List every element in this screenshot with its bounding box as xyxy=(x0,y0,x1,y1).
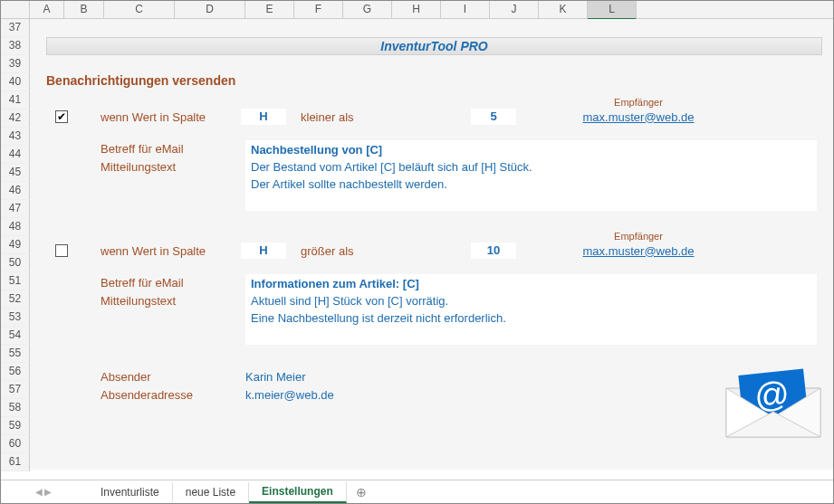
column-header-row: A B C D E F G H I J K L xyxy=(1,1,833,19)
row-header[interactable]: 49 xyxy=(1,236,30,254)
rule2-subject-label: Betreff für eMail xyxy=(101,274,245,292)
rule2-body-label: Mitteilungstext xyxy=(101,292,245,310)
tab-prev-icon[interactable]: ◀ xyxy=(35,487,43,497)
col-header-F[interactable]: F xyxy=(294,1,343,20)
rule2-checkbox[interactable] xyxy=(55,244,68,257)
tab-next-icon[interactable]: ▶ xyxy=(44,487,52,497)
col-header-B[interactable]: B xyxy=(64,1,104,20)
rule1-value-input[interactable]: 5 xyxy=(471,109,516,125)
col-header-L[interactable]: L xyxy=(588,1,637,20)
col-header-I[interactable]: I xyxy=(441,1,490,20)
col-header-A[interactable]: A xyxy=(30,1,64,20)
row-header[interactable]: 38 xyxy=(1,37,30,55)
worksheet-content[interactable]: InventurTool PRO Benachrichtigungen vers… xyxy=(30,19,833,470)
rule1-body-label: Mitteilungstext xyxy=(101,158,245,176)
row-header[interactable]: 47 xyxy=(1,200,30,218)
row-header[interactable]: 48 xyxy=(1,218,30,236)
col-header-E[interactable]: E xyxy=(245,1,294,20)
row-header[interactable]: 59 xyxy=(1,417,30,435)
rule2-message-content[interactable]: Informationen zum Artikel: [C] Aktuell s… xyxy=(245,274,817,345)
tab-inventurliste[interactable]: Inventurliste xyxy=(88,482,173,502)
rule2-when-label: wenn Wert in Spalte xyxy=(101,244,241,258)
add-sheet-button[interactable]: ⊕ xyxy=(347,483,376,501)
rule1-recipient-link[interactable]: max.muster@web.de xyxy=(557,110,720,124)
rule1-comparator: kleiner als xyxy=(295,110,373,124)
col-header-C[interactable]: C xyxy=(104,1,175,20)
row-header[interactable]: 53 xyxy=(1,309,30,327)
sheet-tab-bar: ◀ ▶ Inventurliste neue Liste Einstellung… xyxy=(1,480,833,503)
col-header-G[interactable]: G xyxy=(343,1,392,20)
rule1-message-block: Betreff für eMail Mitteilungstext Nachbe… xyxy=(101,140,833,211)
row-header[interactable]: 50 xyxy=(1,254,30,272)
tab-nav-controls[interactable]: ◀ ▶ xyxy=(30,481,88,503)
app-title: InventurTool PRO xyxy=(46,37,822,55)
row-header[interactable]: 43 xyxy=(1,128,30,146)
rule1-when-label: wenn Wert in Spalte xyxy=(101,110,241,124)
row-header[interactable]: 51 xyxy=(1,272,30,290)
rule2-column-input[interactable]: H xyxy=(241,242,286,259)
rule1-column-input[interactable]: H xyxy=(241,109,286,125)
rule1-subject: Nachbestellung von [C] xyxy=(251,141,811,158)
row-header[interactable]: 46 xyxy=(1,182,30,200)
select-all-corner[interactable] xyxy=(1,1,30,20)
rule2-value-input[interactable]: 10 xyxy=(471,242,516,259)
row-header[interactable]: 60 xyxy=(1,435,30,453)
row-header[interactable]: 40 xyxy=(1,73,30,91)
rule1-message-content[interactable]: Nachbestellung von [C] Der Bestand vom A… xyxy=(245,140,817,211)
row-header[interactable]: 39 xyxy=(1,55,30,73)
rule2-body-line2: Eine Nachbestellung ist derzeit nicht er… xyxy=(251,309,811,327)
sender-name-label: Absender xyxy=(101,368,245,386)
rule1-body-line1: Der Bestand vom Artikel [C] beläuft sich… xyxy=(251,158,811,176)
recipient-label-2: Empfänger xyxy=(557,231,720,242)
col-header-D[interactable]: D xyxy=(175,1,245,20)
col-header-K[interactable]: K xyxy=(539,1,588,20)
rule2-recipient-link[interactable]: max.muster@web.de xyxy=(557,244,720,258)
row-header[interactable]: 45 xyxy=(1,164,30,182)
col-header-H[interactable]: H xyxy=(392,1,441,20)
rule2-comparator: größer als xyxy=(295,244,373,258)
row-header[interactable]: 54 xyxy=(1,327,30,345)
section-heading-notifications: Benachrichtigungen versenden xyxy=(46,73,833,88)
row-header-strip: 37 38 39 40 41 42 43 44 45 46 47 48 49 5… xyxy=(1,19,30,471)
row-header[interactable]: 42 xyxy=(1,109,30,128)
row-header[interactable]: 56 xyxy=(1,363,30,381)
sender-addr-label: Absenderadresse xyxy=(101,386,245,404)
rule2-subject: Informationen zum Artikel: [C] xyxy=(251,275,811,292)
rule2-row: wenn Wert in Spalte H größer als 10 max.… xyxy=(55,242,833,260)
rule2-message-block: Betreff für eMail Mitteilungstext Inform… xyxy=(101,274,833,345)
col-header-J[interactable]: J xyxy=(490,1,539,20)
recipient-label-1: Empfänger xyxy=(557,97,720,108)
row-header[interactable]: 58 xyxy=(1,399,30,417)
email-envelope-icon: @ xyxy=(719,363,828,444)
rule1-subject-label: Betreff für eMail xyxy=(101,140,245,158)
row-header[interactable]: 37 xyxy=(1,19,30,37)
rule1-row: ✔ wenn Wert in Spalte H kleiner als 5 ma… xyxy=(55,108,833,126)
tab-neue-liste[interactable]: neue Liste xyxy=(173,482,249,502)
row-header[interactable]: 55 xyxy=(1,345,30,363)
row-header[interactable]: 44 xyxy=(1,146,30,164)
row-header[interactable]: 61 xyxy=(1,453,30,471)
rule1-checkbox[interactable]: ✔ xyxy=(55,110,68,123)
row-header[interactable]: 41 xyxy=(1,91,30,109)
rule1-body-line2: Der Artikel sollte nachbestellt werden. xyxy=(251,176,811,193)
row-header[interactable]: 57 xyxy=(1,381,30,399)
rule2-body-line1: Aktuell sind [H] Stück von [C] vorrätig. xyxy=(251,292,811,309)
tab-einstellungen[interactable]: Einstellungen xyxy=(249,481,347,503)
row-header[interactable]: 52 xyxy=(1,290,30,309)
